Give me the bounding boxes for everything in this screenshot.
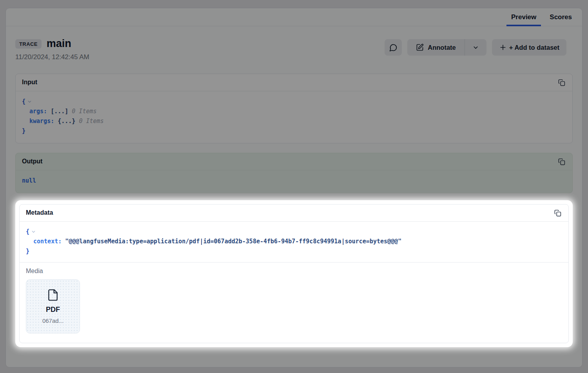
- copy-metadata-button[interactable]: [553, 208, 562, 217]
- json-close-brace: }: [22, 126, 25, 136]
- json-items-note: 0 Items: [79, 116, 103, 126]
- comment-icon: [389, 43, 397, 52]
- media-file-type: PDF: [46, 306, 60, 314]
- trace-timestamp: 11/20/2024, 12:42:45 AM: [15, 53, 89, 61]
- collapse-chevron-icon[interactable]: [31, 229, 36, 234]
- chevron-down-icon: [472, 44, 479, 51]
- input-panel-title: Input: [22, 79, 37, 86]
- json-close-brace: }: [26, 246, 29, 256]
- copy-output-button[interactable]: [557, 157, 566, 166]
- metadata-panel-title: Metadata: [26, 209, 53, 216]
- metadata-panel: Metadata { context:": [19, 204, 569, 343]
- media-pdf-card[interactable]: PDF 067ad...: [26, 279, 80, 333]
- json-null-value: null: [22, 176, 36, 186]
- json-key-context: context:: [33, 237, 62, 246]
- json-open-brace: {: [22, 97, 25, 107]
- json-items-note: 0 Items: [72, 107, 96, 116]
- input-panel: Input { args:[...]0 Items: [15, 74, 573, 143]
- copy-icon: [558, 79, 565, 86]
- plus-icon: [499, 43, 507, 51]
- json-value-args: [...]: [51, 107, 68, 116]
- trace-header: TRACE main 11/20/2024, 12:42:45 AM: [15, 38, 573, 61]
- annotate-label: Annotate: [428, 44, 456, 51]
- trace-detail-panel: Preview Scores TRACE main 11/20/2024, 12…: [5, 8, 583, 368]
- copy-input-button[interactable]: [557, 78, 566, 87]
- output-json-viewer: null: [16, 170, 572, 193]
- copy-icon: [558, 158, 565, 165]
- input-json-viewer: { args:[...]0 Items kwargs:{...}0 Items …: [16, 91, 572, 143]
- tab-preview[interactable]: Preview: [506, 8, 541, 26]
- file-icon: [47, 289, 59, 301]
- media-file-id: 067ad...: [42, 317, 64, 324]
- json-key-kwargs: kwargs:: [29, 116, 54, 126]
- annotate-dropdown-button[interactable]: [465, 39, 486, 56]
- add-to-dataset-label: + Add to dataset: [509, 44, 559, 51]
- json-value-kwargs: {...}: [58, 116, 75, 126]
- trace-content: TRACE main 11/20/2024, 12:42:45 AM: [6, 26, 582, 347]
- annotate-button[interactable]: Annotate: [407, 39, 465, 56]
- metadata-spotlight: Metadata { context:": [15, 200, 573, 347]
- comment-button[interactable]: [385, 39, 402, 56]
- json-key-args: args:: [29, 107, 47, 116]
- json-open-brace: {: [26, 227, 29, 237]
- add-to-dataset-button[interactable]: + Add to dataset: [492, 39, 566, 56]
- media-section-label: Media: [26, 268, 562, 275]
- trace-title: main: [47, 38, 71, 50]
- collapse-chevron-icon[interactable]: [27, 99, 32, 104]
- tab-bar: Preview Scores: [6, 8, 582, 26]
- metadata-json-viewer: { context:"@@@langfuseMedia:type=applica…: [20, 222, 568, 262]
- output-panel: Output null: [15, 153, 573, 193]
- trace-actions: Annotate + Add to dataset: [385, 39, 566, 56]
- copy-icon: [554, 209, 561, 217]
- annotate-split-button: Annotate: [407, 39, 486, 56]
- annotate-edit-icon: [416, 43, 424, 51]
- media-section: Media PDF 067ad...: [20, 262, 568, 343]
- tab-scores[interactable]: Scores: [545, 8, 577, 26]
- output-panel-title: Output: [22, 158, 42, 165]
- json-value-context: "@@@langfuseMedia:type=application/pdf|i…: [65, 237, 401, 246]
- trace-type-badge: TRACE: [15, 39, 42, 49]
